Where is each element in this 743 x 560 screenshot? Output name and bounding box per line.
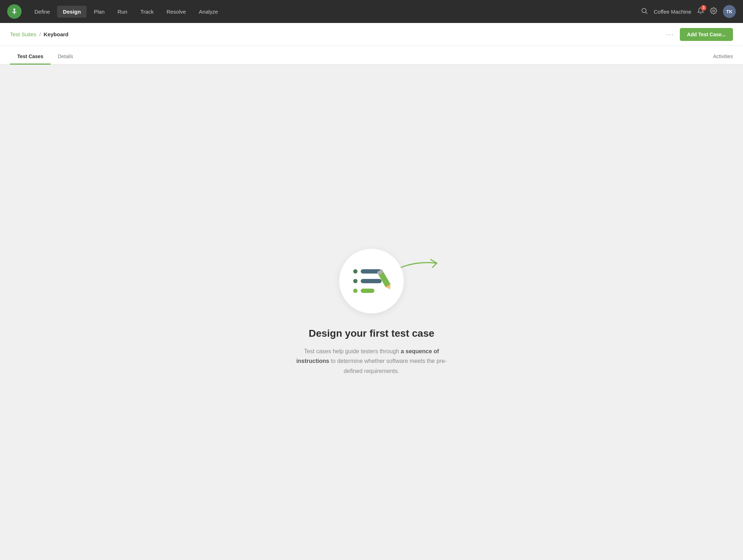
breadcrumb-actions: ··· Add Test Case... xyxy=(666,28,733,41)
svg-rect-11 xyxy=(361,289,374,293)
breadcrumb-link[interactable]: Test Suites xyxy=(10,31,36,37)
avatar[interactable]: TK xyxy=(723,5,736,18)
tabs-left: Test Cases Details xyxy=(10,48,80,64)
empty-desc-plain: Test cases help guide testers through xyxy=(304,348,401,354)
search-icon[interactable] xyxy=(641,7,648,16)
tab-details[interactable]: Details xyxy=(51,48,80,65)
nav-item-resolve[interactable]: Resolve xyxy=(161,6,192,18)
empty-state-description: Test cases help guide testers through a … xyxy=(293,346,450,376)
svg-point-10 xyxy=(353,289,358,293)
logo[interactable] xyxy=(7,4,22,19)
project-name: Coffee Machine xyxy=(654,9,691,15)
empty-state-title: Design your first test case xyxy=(309,328,434,339)
notification-badge: 3 xyxy=(701,5,706,11)
svg-line-4 xyxy=(646,12,648,14)
notifications-bell[interactable]: 3 xyxy=(697,7,704,16)
nav-item-design[interactable]: Design xyxy=(57,6,87,18)
nav-items: Define Design Plan Run Track Resolve Ana… xyxy=(29,6,638,18)
svg-point-5 xyxy=(713,10,715,11)
breadcrumb-bar: Test Suites / Keyboard ··· Add Test Case… xyxy=(0,23,743,46)
navbar: Define Design Plan Run Track Resolve Ana… xyxy=(0,0,743,23)
add-test-case-button[interactable]: Add Test Case... xyxy=(680,28,733,41)
svg-point-3 xyxy=(642,8,646,13)
settings-icon[interactable] xyxy=(710,7,717,16)
tabs-bar: Test Cases Details Activities xyxy=(0,46,743,65)
breadcrumb-current: Keyboard xyxy=(44,31,69,37)
checklist-pencil-icon xyxy=(348,261,395,301)
nav-item-track[interactable]: Track xyxy=(135,6,159,18)
svg-rect-9 xyxy=(361,279,382,283)
breadcrumb-separator: / xyxy=(39,31,41,37)
nav-right: Coffee Machine 3 TK xyxy=(641,5,736,18)
svg-point-0 xyxy=(13,9,15,11)
nav-item-analyze[interactable]: Analyze xyxy=(193,6,224,18)
more-options-button[interactable]: ··· xyxy=(666,30,674,38)
nav-item-define[interactable]: Define xyxy=(29,6,56,18)
breadcrumb: Test Suites / Keyboard xyxy=(10,31,69,37)
svg-point-6 xyxy=(353,269,358,274)
svg-point-8 xyxy=(353,279,358,283)
tab-test-cases[interactable]: Test Cases xyxy=(10,48,51,65)
activities-link[interactable]: Activities xyxy=(713,53,733,64)
nav-item-run[interactable]: Run xyxy=(112,6,133,18)
illustration-circle xyxy=(339,249,404,313)
main-content: Design your first test case Test cases h… xyxy=(0,65,743,560)
illustration-wrap xyxy=(339,249,404,313)
nav-item-plan[interactable]: Plan xyxy=(88,6,110,18)
empty-desc-end: to determine whether software meets the … xyxy=(329,358,447,374)
